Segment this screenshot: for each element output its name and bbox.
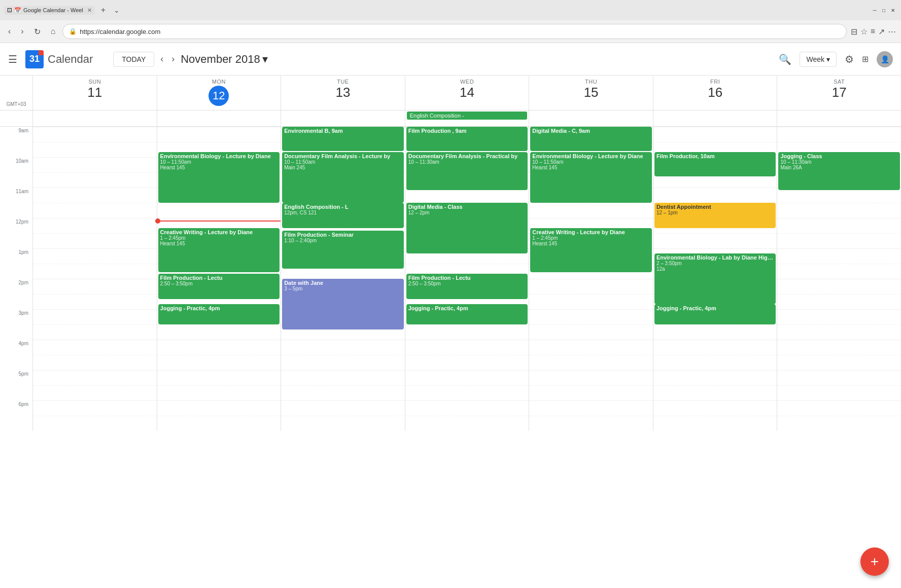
- reading-list-btn[interactable]: ≡: [871, 27, 875, 36]
- event-title: Date with Jane: [284, 280, 402, 286]
- event-title: Jogging - Practic, 4pm: [656, 305, 774, 311]
- month-title[interactable]: November 2018 ▾: [181, 53, 268, 66]
- calendar-event[interactable]: Documentary Film Analysis - Lecture by10…: [282, 152, 404, 203]
- hour-line: [529, 370, 653, 371]
- day-header-thu[interactable]: Thu15: [529, 76, 653, 110]
- calendar-event[interactable]: Jogging - Class10 – 11:30amMain 26A: [778, 152, 900, 190]
- back-btn[interactable]: ‹: [5, 25, 14, 38]
- prev-week-btn[interactable]: ‹: [158, 52, 165, 66]
- browser-chrome: ⚀ 📅 Google Calendar - Weel ✕ + ⌄ ─ □ ✕ ‹…: [0, 0, 901, 43]
- half-hour-line: [653, 416, 777, 416]
- calendar-event[interactable]: Film Productior, 10am: [654, 152, 776, 176]
- hamburger-menu[interactable]: ☰: [8, 53, 17, 65]
- calendar-event[interactable]: Digital Media - Class12 – 2pm: [406, 203, 528, 253]
- settings-icon[interactable]: ⚙: [845, 53, 854, 65]
- half-hour-line: [529, 355, 653, 355]
- day-number: 14: [407, 85, 527, 100]
- calendar-event[interactable]: Film Production - Lectu2:50 – 3:50pm: [158, 274, 280, 299]
- close-btn[interactable]: ✕: [889, 6, 897, 14]
- calendar-event[interactable]: Creative Writing - Lecture by Diane1 – 2…: [530, 228, 652, 272]
- hour-line: [653, 188, 777, 188]
- event-time: 2:50 – 3:50pm: [160, 281, 278, 286]
- address-bar[interactable]: 🔒 https://calendar.google.com: [62, 24, 846, 39]
- lock-icon: 🔒: [69, 28, 77, 35]
- today-button[interactable]: TODAY: [113, 52, 154, 67]
- window-buttons: ─ □ ✕: [871, 6, 897, 14]
- time-label: 1pm: [0, 248, 32, 279]
- minimize-btn[interactable]: ─: [871, 6, 879, 14]
- day-header-wed[interactable]: Wed14: [405, 76, 529, 110]
- browser-tabs: ⚀ 📅 Google Calendar - Weel ✕ + ⌄: [4, 6, 122, 15]
- favorites-btn[interactable]: ☆: [860, 27, 868, 36]
- calendar-event[interactable]: Film Production - Seminar1:10 – 2:40pm: [282, 231, 404, 269]
- day-header-sun[interactable]: Sun11: [32, 76, 157, 110]
- calendar-event[interactable]: Jogging - Practic, 4pm: [158, 304, 280, 324]
- all-day-row: English Composition -: [0, 111, 901, 127]
- calendar-event[interactable]: Creative Writing - Lecture by Diane1 – 2…: [158, 228, 280, 272]
- tab-menu-btn[interactable]: ⌄: [112, 6, 122, 14]
- half-hour-line: [33, 233, 157, 234]
- half-hour-line: [157, 385, 281, 386]
- event-location: Hearst 145: [160, 165, 278, 170]
- refresh-btn[interactable]: ↻: [31, 25, 44, 39]
- calendar-logo-icon: 31: [25, 50, 44, 68]
- calendar-event[interactable]: Digital Media - C, 9am: [530, 127, 652, 151]
- new-tab-btn[interactable]: +: [97, 6, 110, 15]
- apps-icon[interactable]: ⊞: [862, 54, 869, 64]
- hour-line: [157, 127, 281, 127]
- day-header-mon[interactable]: Mon12: [157, 76, 281, 110]
- day-name: Fri: [655, 79, 775, 85]
- view-selector[interactable]: Week ▾: [800, 52, 837, 67]
- calendar-event[interactable]: Documentary Film Analysis - Practical by…: [406, 152, 528, 190]
- hour-line: [777, 309, 901, 310]
- account-icon[interactable]: 👤: [877, 51, 893, 67]
- maximize-btn[interactable]: □: [880, 6, 888, 14]
- forward-btn[interactable]: ›: [18, 25, 26, 38]
- calendar-event[interactable]: Environmental Biology - Lecture by Diane…: [158, 152, 280, 203]
- half-hour-line: [777, 294, 901, 295]
- event-title: Jogging - Class: [780, 153, 898, 159]
- tab-title: Google Calendar - Weel: [23, 7, 83, 13]
- day-column-3: Film Production , 9amDocumentary Film An…: [405, 127, 529, 431]
- calendar-event[interactable]: Film Production , 9am: [406, 127, 528, 151]
- half-hour-line: [405, 324, 529, 325]
- all-day-cell-0: [32, 111, 157, 126]
- event-title: Jogging - Practic, 4pm: [160, 305, 278, 311]
- calendar-event[interactable]: English Composition - L12pm, CS 121: [282, 203, 404, 228]
- calendar-event[interactable]: Film Production - Lectu2:50 – 3:50pm: [406, 274, 528, 299]
- event-time: 12pm, CS 121: [284, 210, 402, 215]
- calendar-event[interactable]: Environmental B, 9am: [282, 127, 404, 151]
- event-time: 12 – 2pm: [408, 210, 526, 215]
- reader-btn[interactable]: ⊟: [851, 27, 857, 36]
- half-hour-line: [777, 324, 901, 325]
- time-label: 3pm: [0, 309, 32, 340]
- calendar-event[interactable]: Jogging - Practic, 4pm: [406, 304, 528, 324]
- day-name: Wed: [407, 79, 527, 85]
- day-header-fri[interactable]: Fri16: [653, 76, 777, 110]
- calendar-event[interactable]: Environmental Biology - Lab by Diane Hig…: [654, 253, 776, 304]
- hour-line: [33, 370, 157, 371]
- day-header-sat[interactable]: Sat17: [777, 76, 901, 110]
- hour-line: [33, 309, 157, 310]
- create-event-fab[interactable]: +: [860, 547, 889, 576]
- hour-line: [529, 218, 653, 218]
- calendar-event[interactable]: Environmental Biology - Lecture by Diane…: [530, 152, 652, 203]
- day-header-tue[interactable]: Tue13: [281, 76, 405, 110]
- hour-line: [157, 370, 281, 371]
- calendar-event[interactable]: Jogging - Practic, 4pm: [654, 304, 776, 324]
- calendar-event[interactable]: Dentist Appointment12 – 1pm: [654, 203, 776, 228]
- day-column-5: Film Productior, 10amDentist Appointment…: [653, 127, 777, 431]
- half-hour-line: [777, 142, 901, 142]
- calendar-event[interactable]: Date with Jane3 – 5pm: [282, 279, 404, 329]
- share-btn[interactable]: ↗: [878, 27, 885, 36]
- all-day-event[interactable]: English Composition -: [407, 112, 528, 120]
- next-week-btn[interactable]: ›: [169, 52, 177, 66]
- day-number: 17: [779, 85, 899, 100]
- more-btn[interactable]: ⋯: [888, 27, 896, 36]
- half-hour-line: [529, 294, 653, 295]
- search-icon[interactable]: 🔍: [779, 53, 791, 65]
- hour-line: [777, 279, 901, 279]
- time-label: 10am: [0, 157, 32, 188]
- tab-close[interactable]: ✕: [87, 7, 92, 14]
- home-btn[interactable]: ⌂: [48, 25, 59, 38]
